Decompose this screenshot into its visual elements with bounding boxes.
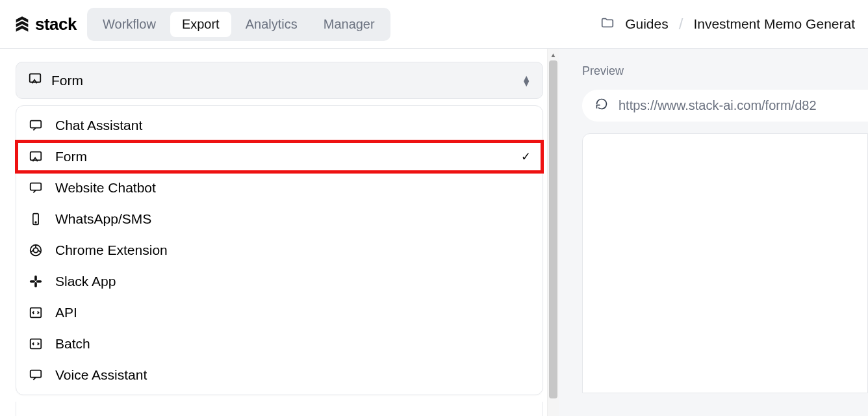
preview-canvas [582, 133, 868, 393]
scrollbar-thumb[interactable] [549, 60, 557, 398]
code-icon [28, 306, 44, 320]
left-pane: Form ▲▼ Chat Assistant Form ✓ [0, 49, 559, 416]
option-batch[interactable]: Batch [16, 328, 542, 359]
svg-rect-14 [31, 370, 42, 378]
svg-rect-1 [31, 121, 42, 128]
svg-rect-9 [34, 282, 37, 287]
option-label: Batch [55, 336, 90, 352]
option-voice-assistant[interactable]: Voice Assistant [16, 359, 542, 391]
svg-rect-11 [36, 280, 42, 283]
option-label: Voice Assistant [55, 367, 147, 383]
option-label: Chrome Extension [55, 242, 168, 258]
svg-rect-8 [34, 276, 37, 281]
export-type-dropdown: Chat Assistant Form ✓ Website Chatbot [16, 105, 543, 395]
reload-icon[interactable] [595, 98, 608, 114]
breadcrumb: Guides / Investment Memo Generat [600, 15, 855, 33]
folder-icon [600, 16, 615, 33]
breadcrumb-current[interactable]: Investment Memo Generat [693, 16, 855, 32]
select-current-label: Form [51, 73, 83, 88]
breadcrumb-separator: / [679, 15, 683, 33]
option-slack-app[interactable]: Slack App [16, 266, 542, 297]
option-api[interactable]: API [16, 297, 542, 328]
topbar: stack Workflow Export Analytics Manager … [0, 0, 868, 49]
chevron-up-down-icon: ▲▼ [522, 75, 531, 86]
check-icon: ✓ [521, 150, 531, 164]
form-icon [28, 150, 44, 164]
svg-point-7 [33, 248, 38, 252]
tab-manager[interactable]: Manager [312, 12, 387, 37]
option-label: API [55, 305, 77, 320]
stack-logo-icon [13, 15, 31, 33]
preview-pane: Preview https://www.stack-ai.com/form/d8… [559, 49, 868, 416]
chat-icon [28, 118, 44, 133]
phone-icon [28, 212, 44, 226]
top-tabs: Workflow Export Analytics Manager [87, 8, 390, 41]
preview-url-bar: https://www.stack-ai.com/form/d82 [582, 90, 868, 122]
form-icon [28, 72, 42, 89]
option-label: Slack App [55, 274, 116, 289]
brand-logo: stack [13, 14, 77, 34]
slack-icon [28, 274, 44, 289]
code-icon [28, 337, 44, 351]
option-website-chatbot[interactable]: Website Chatbot [16, 172, 542, 203]
scroll-up-arrow-icon[interactable]: ▲ [548, 49, 559, 60]
tab-analytics[interactable]: Analytics [234, 12, 309, 37]
chat-icon [28, 181, 44, 195]
content-area: Form ▲▼ Chat Assistant Form ✓ [0, 49, 868, 416]
card-below-dropdown [16, 402, 543, 416]
scrollbar[interactable]: ▲ [547, 49, 559, 416]
option-label: Chat Assistant [55, 118, 142, 133]
chrome-icon [28, 243, 44, 257]
option-chat-assistant[interactable]: Chat Assistant [16, 110, 542, 141]
breadcrumb-root[interactable]: Guides [625, 16, 669, 32]
preview-url[interactable]: https://www.stack-ai.com/form/d82 [619, 98, 817, 113]
preview-label: Preview [582, 64, 868, 78]
export-type-select[interactable]: Form ▲▼ [16, 62, 543, 99]
option-label: Website Chatbot [55, 180, 156, 196]
brand-name: stack [35, 14, 77, 34]
svg-rect-10 [30, 280, 35, 283]
option-label: Form [55, 149, 87, 164]
svg-point-5 [35, 222, 36, 223]
option-chrome-extension[interactable]: Chrome Extension [16, 235, 542, 266]
tab-workflow[interactable]: Workflow [91, 12, 168, 37]
option-label: WhatsApp/SMS [55, 211, 151, 227]
tab-export[interactable]: Export [170, 12, 231, 37]
option-form[interactable]: Form ✓ [16, 141, 542, 172]
svg-rect-3 [31, 183, 42, 190]
chat-icon [28, 368, 44, 382]
option-whatsapp-sms[interactable]: WhatsApp/SMS [16, 203, 542, 235]
